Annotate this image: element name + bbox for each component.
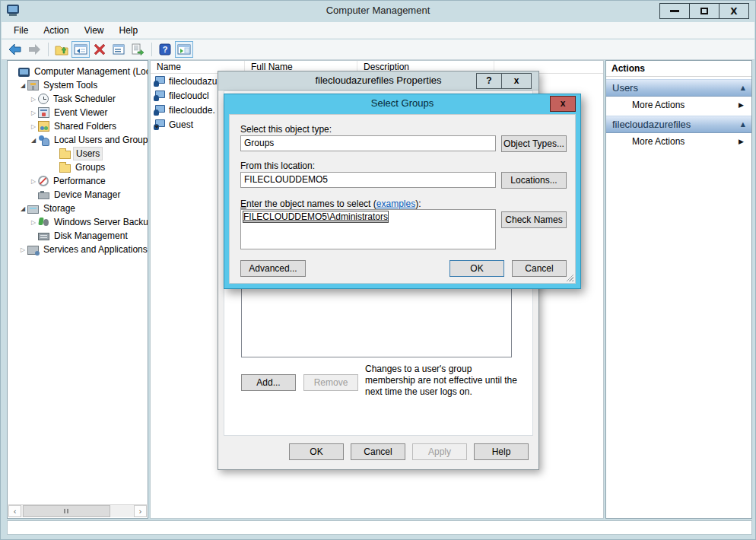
close-button[interactable]: X <box>719 3 749 19</box>
user-name: Guest <box>169 119 193 130</box>
object-type-field[interactable]: Groups <box>240 135 496 151</box>
forward-button[interactable] <box>25 41 43 58</box>
collapse-arrow-icon[interactable] <box>18 82 27 89</box>
select-groups-title: Select Groups <box>224 97 580 109</box>
text-caret <box>388 212 389 221</box>
properties-icon <box>112 43 125 56</box>
tree-item-system-tools[interactable]: System Tools <box>8 78 148 92</box>
tree-item-task-scheduler[interactable]: Task Scheduler <box>8 92 148 106</box>
toolbar-separator <box>48 43 49 56</box>
check-names-button[interactable]: Check Names <box>501 211 567 228</box>
ok-button[interactable]: OK <box>449 260 504 277</box>
collapse-arrow-icon[interactable] <box>18 205 27 212</box>
tree-item-event-viewer[interactable]: Event Viewer <box>8 106 148 119</box>
object-type-label: Select this object type: <box>240 124 332 135</box>
tree-item-computer-management[interactable]: Computer Management (Local) <box>8 65 148 78</box>
examples-link[interactable]: examples <box>376 199 415 209</box>
help-button[interactable]: ? <box>156 41 174 58</box>
horizontal-scrollbar[interactable]: ‹ › <box>8 504 147 517</box>
tree-item-services-and-applications[interactable]: Services and Applications <box>8 243 148 256</box>
menu-view[interactable]: View <box>77 23 112 38</box>
event-log-icon <box>38 107 49 118</box>
tree-item-local-users-and-groups[interactable]: Local Users and Groups <box>8 133 148 147</box>
tree-item-label: Local Users and Groups <box>52 134 148 146</box>
actions-pane-title: Actions <box>606 61 751 77</box>
actions-section-filecloudazurefiles[interactable]: filecloudazurefiles ▲ <box>606 116 751 133</box>
help-button[interactable]: Help <box>474 443 529 460</box>
tree-item-performance[interactable]: Performance <box>8 174 148 188</box>
expand-arrow-icon[interactable] <box>29 123 38 130</box>
folder-icon <box>59 164 71 173</box>
more-actions-users[interactable]: More Actions ▶ <box>606 97 751 113</box>
tree-item-groups[interactable]: Groups <box>8 160 148 174</box>
advanced-button[interactable]: Advanced... <box>240 260 306 277</box>
tree-item-label: Windows Server Backup <box>52 216 148 228</box>
help-icon: ? <box>159 43 171 56</box>
tree-item-users[interactable]: Users <box>8 147 148 160</box>
tree-item-device-manager[interactable]: Device Manager <box>8 188 148 202</box>
tree-item-label: Shared Folders <box>52 120 119 132</box>
tree-item-disk-management[interactable]: Disk Management <box>8 229 148 243</box>
up-one-level-button[interactable] <box>52 41 71 58</box>
collapse-arrow-icon[interactable] <box>29 137 38 144</box>
scroll-left-button[interactable]: ‹ <box>8 505 21 517</box>
more-actions-filecloudazurefiles[interactable]: More Actions ▶ <box>606 133 751 150</box>
tree-item-label: Storage <box>41 202 78 214</box>
resize-grip[interactable] <box>565 273 573 281</box>
folder-icon <box>59 151 71 159</box>
locations-button[interactable]: Locations... <box>501 172 567 189</box>
object-types-button[interactable]: Object Types... <box>501 135 567 152</box>
scrollbar-thumb[interactable] <box>23 505 110 517</box>
scroll-right-button[interactable]: › <box>134 505 147 517</box>
show-action-pane-button[interactable] <box>175 41 193 58</box>
expand-arrow-icon[interactable] <box>29 178 38 185</box>
tree-item-label: Services and Applications <box>41 243 148 256</box>
toolbar-separator <box>151 43 152 56</box>
expand-arrow-icon[interactable] <box>29 219 38 226</box>
delete-button[interactable] <box>91 41 109 58</box>
membership-note: Changes to a user's group membership are… <box>365 364 521 398</box>
performance-icon <box>38 176 49 186</box>
menu-help[interactable]: Help <box>112 23 146 38</box>
menu-action[interactable]: Action <box>36 23 76 38</box>
minimize-button[interactable] <box>659 3 690 19</box>
action-pane-icon <box>177 43 191 56</box>
collapse-up-icon[interactable]: ▲ <box>741 84 745 91</box>
maximize-button[interactable] <box>689 3 719 19</box>
disabled-arrow-icon <box>154 125 159 131</box>
add-button[interactable]: Add... <box>241 374 296 391</box>
show-console-tree-button[interactable] <box>71 41 90 58</box>
tree-item-shared-folders[interactable]: Shared Folders <box>8 119 148 133</box>
storage-icon <box>27 205 39 214</box>
properties-button[interactable] <box>110 41 128 58</box>
actions-section-users[interactable]: Users ▲ <box>606 79 751 97</box>
location-field[interactable]: FILECLOUDDEMO5 <box>240 172 496 188</box>
tree-item-windows-server-backup[interactable]: Windows Server Backup <box>8 215 148 229</box>
object-names-textarea[interactable]: FILECLOUDDEMO5\Administrators <box>240 209 496 249</box>
tree-item-label: Groups <box>73 161 107 173</box>
tree-item-label: Performance <box>51 175 108 187</box>
menu-file[interactable]: File <box>6 23 36 38</box>
expand-arrow-icon[interactable] <box>29 96 38 103</box>
ok-button[interactable]: OK <box>289 443 344 460</box>
select-groups-body: Select this object type: Groups Object T… <box>229 114 576 284</box>
expand-arrow-icon[interactable] <box>29 110 38 116</box>
users-group-icon <box>38 135 49 145</box>
computer-management-window: Computer Management X File Action View H… <box>0 0 756 540</box>
tree-item-storage[interactable]: Storage <box>8 202 148 215</box>
clock-icon <box>38 94 49 104</box>
remove-button: Remove <box>303 374 358 391</box>
dialog-close-button[interactable]: x <box>501 73 532 89</box>
user-name: filecloudazu <box>169 76 217 87</box>
collapse-up-icon[interactable]: ▲ <box>741 121 745 128</box>
export-list-button[interactable] <box>129 41 147 58</box>
cancel-button[interactable]: Cancel <box>351 443 405 460</box>
cancel-button[interactable]: Cancel <box>512 260 567 277</box>
back-button[interactable] <box>6 41 24 58</box>
backup-icon <box>38 217 49 227</box>
scrollbar-track[interactable] <box>21 505 134 517</box>
expand-arrow-icon[interactable] <box>18 246 27 253</box>
dialog-help-button[interactable]: ? <box>476 73 502 89</box>
dialog-close-button[interactable]: x <box>550 96 576 112</box>
select-groups-dialog: Select Groups x Select this object type:… <box>224 94 581 289</box>
